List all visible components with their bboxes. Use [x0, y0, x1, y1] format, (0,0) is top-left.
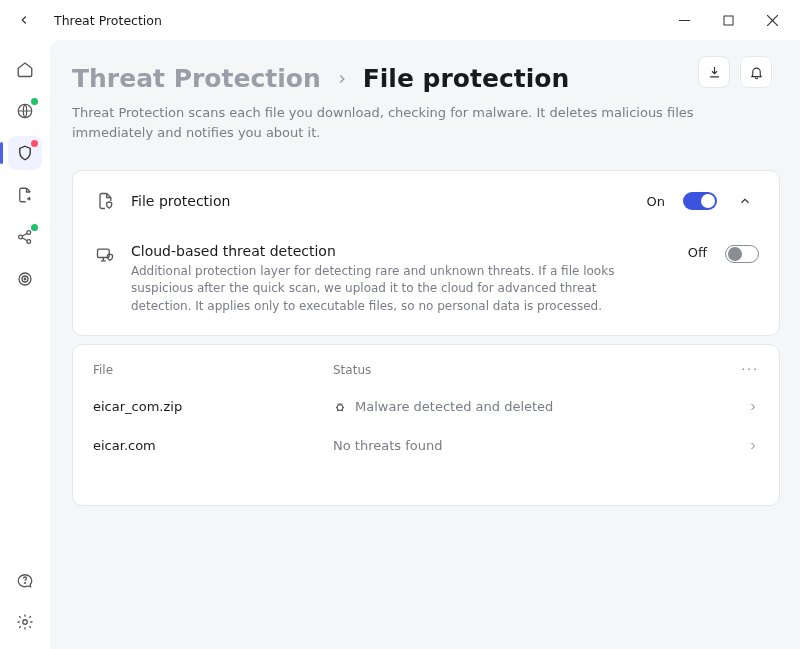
back-button[interactable] [10, 6, 38, 34]
chevron-up-icon [738, 194, 752, 208]
collapse-button[interactable] [731, 194, 759, 208]
table-row[interactable]: eicar_com.zip Malware detected and delet… [73, 387, 779, 426]
sidebar [0, 40, 50, 649]
cloud-detection-toggle[interactable] [725, 245, 759, 263]
setting-cloud-detection[interactable]: Cloud-based threat detection Additional … [73, 227, 779, 331]
column-header-status: Status [333, 363, 729, 377]
svg-point-11 [25, 583, 26, 584]
sidebar-item-help[interactable] [8, 563, 42, 597]
status-dot-icon [31, 224, 38, 231]
close-button[interactable] [750, 0, 794, 40]
file-shield-icon [95, 191, 115, 211]
svg-point-10 [24, 278, 26, 280]
sidebar-item-home[interactable] [8, 52, 42, 86]
setting-title: Cloud-based threat detection [131, 243, 674, 259]
svg-point-14 [337, 404, 343, 410]
minimize-button[interactable] [662, 0, 706, 40]
status-text: No threats found [333, 438, 442, 453]
download-icon [707, 65, 722, 80]
column-header-file: File [93, 363, 333, 377]
bell-icon [749, 65, 764, 80]
minimize-icon [679, 15, 690, 26]
scan-results-card: File Status ··· eicar_com.zip Malware de… [72, 344, 780, 506]
status-text: Malware detected and deleted [355, 399, 553, 414]
svg-rect-1 [724, 16, 733, 25]
toggle-state-label: On [647, 194, 665, 209]
download-button[interactable] [698, 56, 730, 88]
help-icon [16, 571, 34, 589]
sidebar-item-target[interactable] [8, 262, 42, 296]
settings-card: File protection On Cloud-based threat de… [72, 170, 780, 336]
share-icon [16, 228, 34, 246]
breadcrumb: Threat Protection File protection [72, 64, 780, 93]
bug-icon [333, 400, 347, 414]
file-name: eicar_com.zip [93, 399, 333, 414]
toggle-state-label: Off [688, 245, 707, 260]
chevron-right-icon [747, 440, 759, 452]
sidebar-item-files[interactable] [8, 178, 42, 212]
breadcrumb-root[interactable]: Threat Protection [72, 64, 321, 93]
back-arrow-icon [17, 13, 31, 27]
window-title: Threat Protection [54, 13, 162, 28]
globe-icon [16, 102, 34, 120]
chevron-right-icon [747, 401, 759, 413]
more-button[interactable]: ··· [742, 363, 759, 377]
close-icon [767, 15, 778, 26]
shield-icon [16, 144, 34, 162]
chevron-right-icon [335, 72, 349, 86]
table-row[interactable]: eicar.com No threats found [73, 426, 779, 465]
file-name: eicar.com [93, 438, 333, 453]
main-content: Threat Protection File protection Threat… [50, 40, 800, 649]
status-dot-icon [31, 98, 38, 105]
setting-file-protection[interactable]: File protection On [73, 175, 779, 227]
sidebar-item-threat-protection[interactable] [8, 136, 42, 170]
maximize-button[interactable] [706, 0, 750, 40]
setting-description: Additional protection layer for detectin… [131, 263, 651, 315]
gear-icon [16, 613, 34, 631]
sidebar-item-share[interactable] [8, 220, 42, 254]
page-subtitle: Threat Protection scans each file you do… [72, 103, 712, 142]
sidebar-item-settings[interactable] [8, 605, 42, 639]
monitor-shield-icon [95, 245, 115, 265]
titlebar: Threat Protection [0, 0, 800, 40]
home-icon [16, 60, 34, 78]
page-title: File protection [363, 64, 570, 93]
sidebar-item-browse[interactable] [8, 94, 42, 128]
maximize-icon [723, 15, 734, 26]
status-dot-icon [31, 140, 38, 147]
target-icon [16, 270, 34, 288]
file-protection-toggle[interactable] [683, 192, 717, 210]
file-arrow-icon [16, 186, 34, 204]
svg-point-12 [23, 620, 28, 625]
notifications-button[interactable] [740, 56, 772, 88]
setting-title: File protection [131, 193, 633, 209]
